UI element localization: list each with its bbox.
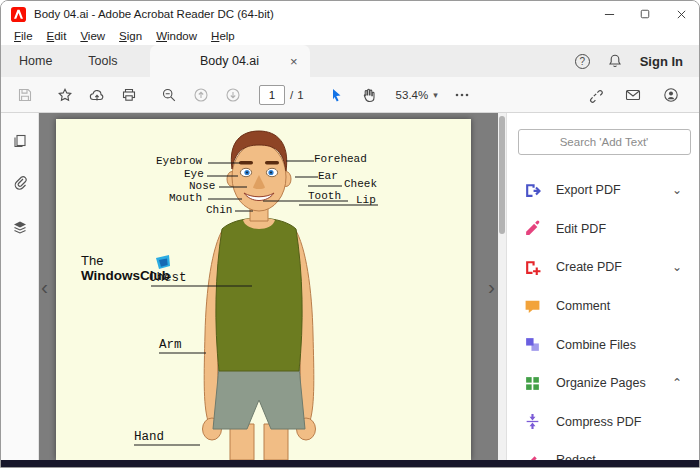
page-thumbnails-icon[interactable] [4,125,36,157]
share-link-icon[interactable] [579,82,611,108]
body-label-mouth: Mouth [169,192,202,204]
pdf-page: Eyebrow Eye Nose Mouth Chin Forehead Ear… [56,119,471,460]
tabbar-right-group: ? Sign In [575,45,699,77]
panel-tool-label: Export PDF [556,183,672,197]
body-label-cheek: Cheek [344,178,377,190]
search-input[interactable] [518,129,691,155]
export-pdf-icon [524,182,541,199]
tab-document[interactable]: Body 04.ai × [150,45,310,77]
notifications-bell-icon[interactable] [607,53,623,69]
panel-tool-organize-pages[interactable]: Organize Pages ⌃ [507,364,700,403]
menu-file[interactable]: File [7,30,40,42]
tab-tools[interactable]: Tools [70,45,135,77]
minimize-button[interactable] [591,1,627,27]
combine-files-icon [524,336,541,353]
menu-bar: File Edit View Sign Window Help [1,27,699,45]
body-label-chin: Chin [206,204,232,216]
panel-tool-label: Edit PDF [556,222,682,236]
hand-tool-icon[interactable] [352,82,384,108]
panel-tool-comment[interactable]: Comment [507,287,700,326]
layers-icon[interactable] [4,211,36,243]
body-label-eye: Eye [184,168,204,180]
taskbar-strip [1,460,699,468]
panel-tool-label: Combine Files [556,338,682,352]
menu-view[interactable]: View [73,30,112,42]
zoom-out-icon[interactable] [153,82,185,108]
star-favorite-icon[interactable] [49,82,81,108]
body-diagram [56,119,471,460]
page-number-input[interactable] [259,85,285,105]
vertical-scrollbar[interactable] [498,113,506,460]
panel-tool-label: Compress PDF [556,415,682,429]
organize-pages-icon [524,375,541,392]
window-title: Body 04.ai - Adobe Acrobat Reader DC (64… [34,8,274,20]
tab-document-label: Body 04.ai [200,54,259,68]
zoom-level-value: 53.4% [396,89,429,101]
body-label-ear: Ear [318,170,338,182]
panel-tool-label: Create PDF [556,260,672,274]
body-label-eyebrow: Eyebrow [156,155,202,167]
title-bar: Body 04.ai - Adobe Acrobat Reader DC (64… [1,1,699,27]
zoom-caret-icon: ▾ [433,90,438,100]
previous-view-chevron[interactable]: ‹ [41,276,48,297]
account-icon[interactable] [655,82,687,108]
panel-tool-label: Organize Pages [556,376,672,390]
document-viewport[interactable]: Eyebrow Eye Nose Mouth Chin Forehead Ear… [39,113,506,460]
panel-tool-compress-pdf[interactable]: Compress PDF [507,403,700,442]
panel-tool-create-pdf[interactable]: Create PDF ⌄ [507,248,700,287]
panel-tool-label: Comment [556,299,682,313]
next-view-chevron[interactable]: › [488,276,495,297]
comment-icon [524,298,541,315]
window-controls [591,1,699,27]
tools-list: Export PDF ⌄ Edit PDF Create PDF ⌄ Comme… [507,171,700,460]
windowsclub-logo-icon [156,255,173,272]
sign-in-button[interactable]: Sign In [640,54,683,69]
body-label-forehead: Forehead [314,153,367,165]
attachments-paperclip-icon[interactable] [4,167,36,199]
help-icon[interactable]: ? [575,54,590,69]
menu-sign[interactable]: Sign [112,30,149,42]
panel-tool-export-pdf[interactable]: Export PDF ⌄ [507,171,700,210]
body-label-tooth: Tooth [308,190,341,202]
main-toolbar: /1 53.4% ▾ [1,77,699,113]
toolbar-right-group [579,82,691,108]
save-icon[interactable] [9,82,41,108]
page-count: /1 [290,89,304,101]
body-label-lip: Lip [356,194,376,206]
tab-home[interactable]: Home [1,45,70,77]
chevron-down-icon: ⌄ [672,260,684,274]
print-icon[interactable] [113,82,145,108]
selection-tool-icon[interactable] [320,82,352,108]
body-label-hand: Hand [134,430,164,444]
tab-bar: Home Tools Body 04.ai × ? Sign In [1,45,699,77]
body-label-nose: Nose [189,180,215,192]
edit-pdf-icon [524,220,541,237]
chevron-up-icon: ⌃ [672,376,684,390]
previous-page-icon[interactable] [185,82,217,108]
panel-tool-edit-pdf[interactable]: Edit PDF [507,210,700,249]
panel-tool-redact[interactable]: Redact [507,441,700,460]
panel-tool-combine-files[interactable]: Combine Files [507,325,700,364]
menu-edit[interactable]: Edit [40,30,74,42]
tools-panel: Export PDF ⌄ Edit PDF Create PDF ⌄ Comme… [506,113,700,460]
more-tools-icon[interactable] [446,82,478,108]
cloud-upload-icon[interactable] [81,82,113,108]
chevron-down-icon: ⌄ [672,183,684,197]
email-icon[interactable] [617,82,649,108]
zoom-level-dropdown[interactable]: 53.4% ▾ [396,89,438,101]
acrobat-app-icon [11,7,26,22]
menu-help[interactable]: Help [204,30,242,42]
scrollbar-thumb[interactable] [499,116,505,234]
menu-window[interactable]: Window [149,30,204,42]
tab-close-icon[interactable]: × [290,54,298,69]
compress-pdf-icon [524,413,541,430]
create-pdf-icon [524,259,541,276]
redact-icon [524,452,541,460]
maximize-button[interactable] [627,1,663,27]
watermark-line1: The [81,253,103,268]
body-label-arm: Arm [159,338,182,352]
close-button[interactable] [663,1,699,27]
left-sidebar-rail [1,113,39,460]
next-page-icon[interactable] [217,82,249,108]
